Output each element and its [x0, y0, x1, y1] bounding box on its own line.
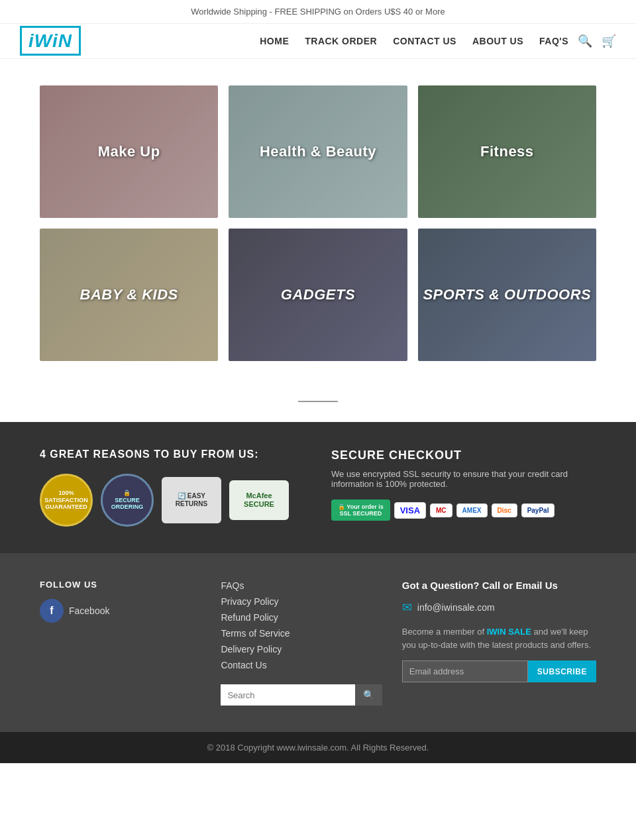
facebook-social-item[interactable]: f Facebook: [40, 599, 201, 623]
footer-follow: FOLLOW US f Facebook: [40, 580, 201, 706]
main-nav: HOME TRACK ORDER CONTACT US ABOUT US FAQ…: [260, 36, 568, 46]
category-grid: Make Up Health & Beauty Fitness BABY & K…: [40, 85, 596, 361]
nav-home[interactable]: HOME: [260, 36, 289, 46]
nav-icons: 🔍 🛒: [578, 34, 616, 48]
secure-checkout-text: We use encrypted SSL security to ensure …: [331, 469, 596, 489]
link-contact[interactable]: Contact Us: [221, 660, 266, 670]
email-subscribe-input[interactable]: [402, 660, 528, 682]
top-banner: Worldwide Shipping - FREE SHIPPING on Or…: [0, 0, 636, 24]
link-faqs[interactable]: FAQs: [221, 580, 244, 591]
facebook-label: Facebook: [69, 605, 109, 616]
link-refund[interactable]: Refund Policy: [221, 612, 278, 623]
nav-faqs[interactable]: FAQ'S: [539, 36, 568, 46]
badge-mcafee: McAfeeSECURE: [229, 480, 289, 520]
divider: [0, 388, 636, 422]
badge-secure: 🔒SECUREORDERING: [101, 474, 154, 527]
nav-contact-us[interactable]: CONTACT US: [393, 36, 456, 46]
banner-text: Worldwide Shipping - FREE SHIPPING on Or…: [191, 7, 445, 17]
badge-satisfaction: 100%SATISFACTIONGUARANTEED: [40, 474, 93, 527]
logo-area[interactable]: iWiN: [20, 30, 81, 52]
footer-links: FAQs Privacy Policy Refund Policy Terms …: [221, 580, 382, 706]
category-makeup[interactable]: Make Up: [40, 85, 218, 218]
trust-right: SECURE CHECKOUT We use encrypted SSL sec…: [331, 448, 596, 527]
logo: iWiN: [20, 26, 81, 56]
category-sports[interactable]: SPORTS & OUTDOORS: [418, 229, 596, 361]
trust-left: 4 GREAT REASONS TO BUY FROM US: 100%SATI…: [40, 448, 305, 527]
category-gadgets[interactable]: GADGETS: [229, 229, 407, 361]
footer-link-delivery[interactable]: Delivery Policy: [221, 643, 382, 655]
footer-link-contact[interactable]: Contact Us: [221, 659, 382, 671]
nav-about-us[interactable]: ABOUT US: [472, 36, 523, 46]
header: iWiN HOME TRACK ORDER CONTACT US ABOUT U…: [0, 24, 636, 59]
link-privacy[interactable]: Privacy Policy: [221, 596, 278, 607]
contact-title: Got a Question? Call or Email Us: [402, 580, 596, 591]
footer-contact: Got a Question? Call or Email Us ✉ info@…: [402, 580, 596, 706]
follow-title: FOLLOW US: [40, 580, 201, 590]
nav-track-order[interactable]: TRACK ORDER: [305, 36, 377, 46]
footer: FOLLOW US f Facebook FAQs Privacy Policy…: [0, 553, 636, 732]
search-button[interactable]: 🔍: [578, 34, 592, 48]
cart-button[interactable]: 🛒: [602, 34, 616, 48]
category-baby[interactable]: BABY & KIDS: [40, 229, 218, 361]
link-terms[interactable]: Terms of Service: [221, 628, 290, 639]
category-fitness[interactable]: Fitness: [418, 85, 596, 218]
copyright-bar: © 2018 Copyright www.iwinsale.com. All R…: [0, 732, 636, 763]
badge-mcafee-label: McAfeeSECURE: [244, 492, 274, 509]
category-fitness-label: Fitness: [480, 143, 534, 160]
copyright-text: © 2018 Copyright www.iwinsale.com. All R…: [207, 743, 429, 753]
footer-search-button[interactable]: 🔍: [355, 684, 382, 706]
category-section: Make Up Health & Beauty Fitness BABY & K…: [0, 59, 636, 388]
badge-secure-label: 🔒SECUREORDERING: [111, 490, 144, 511]
secure-checkout-title: SECURE CHECKOUT: [331, 448, 596, 462]
email-icon: ✉: [402, 600, 412, 615]
pay-paypal: PayPal: [521, 503, 555, 517]
category-sports-label: SPORTS & OUTDOORS: [423, 286, 591, 303]
payment-badges: 🔒 Your order isSSL SECURED VISA MC AMEX …: [331, 499, 596, 521]
footer-search-input[interactable]: [221, 684, 354, 706]
subscribe-row: SUBSCRIBE: [402, 660, 596, 682]
badge-satisfaction-label: 100%SATISFACTIONGUARANTEED: [44, 490, 87, 511]
member-text: Become a member of IWIN SALE and we'll k…: [402, 625, 596, 651]
link-delivery[interactable]: Delivery Policy: [221, 644, 282, 655]
email-row: ✉ info@iwinsale.com: [402, 600, 596, 615]
divider-line: [298, 401, 338, 402]
footer-link-privacy[interactable]: Privacy Policy: [221, 596, 382, 607]
category-health[interactable]: Health & Beauty: [229, 85, 407, 218]
footer-link-faqs[interactable]: FAQs: [221, 580, 382, 592]
pay-amex: AMEX: [456, 503, 488, 517]
facebook-icon: f: [40, 599, 64, 623]
member-brand: IWIN SALE: [487, 627, 531, 637]
subscribe-button[interactable]: SUBSCRIBE: [528, 660, 596, 682]
footer-link-refund[interactable]: Refund Policy: [221, 611, 382, 623]
email-address: info@iwinsale.com: [417, 602, 495, 613]
pay-visa: VISA: [394, 502, 426, 519]
badge-returns-label: 🔄 EASYRETURNS: [176, 492, 207, 508]
category-makeup-label: Make Up: [98, 143, 160, 160]
trust-badges: 100%SATISFACTIONGUARANTEED 🔒SECUREORDERI…: [40, 474, 305, 527]
footer-link-list: FAQs Privacy Policy Refund Policy Terms …: [221, 580, 382, 671]
member-text-prefix: Become a member of: [402, 627, 487, 637]
pay-discover: Disc: [492, 503, 517, 517]
footer-search: 🔍: [221, 684, 382, 706]
badge-returns: 🔄 EASYRETURNS: [162, 477, 221, 523]
footer-link-terms[interactable]: Terms of Service: [221, 627, 382, 639]
trust-section: 4 GREAT REASONS TO BUY FROM US: 100%SATI…: [0, 422, 636, 553]
category-baby-label: BABY & KIDS: [80, 286, 178, 303]
ssl-badge: 🔒 Your order isSSL SECURED: [331, 499, 390, 521]
category-gadgets-label: GADGETS: [281, 286, 355, 303]
category-health-label: Health & Beauty: [260, 143, 376, 160]
pay-mastercard: MC: [430, 503, 452, 517]
trust-left-title: 4 GREAT REASONS TO BUY FROM US:: [40, 448, 305, 460]
